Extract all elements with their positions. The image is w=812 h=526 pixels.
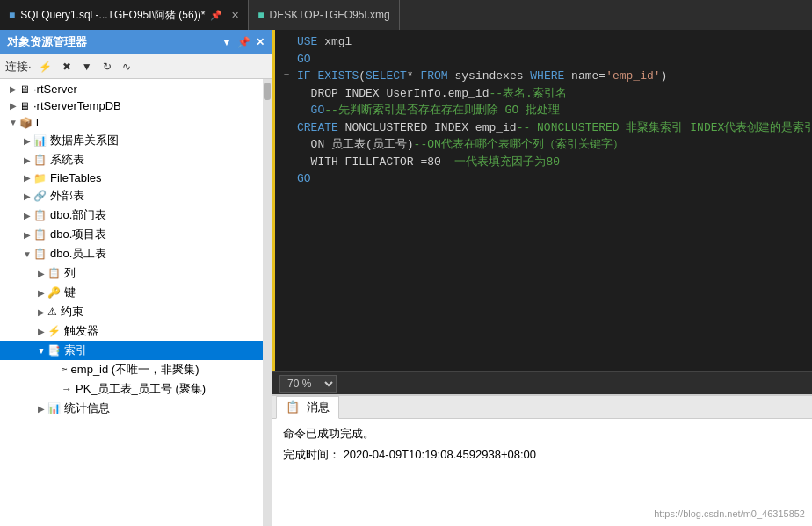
table-icon3: 📋 (33, 228, 47, 241)
tree-label: l (36, 116, 39, 129)
expand-arrow-icon[interactable]: ▶ (35, 404, 47, 414)
expand-arrow-icon[interactable]: ▶ (21, 155, 33, 165)
expand-arrow-icon[interactable]: ▶ (35, 307, 47, 317)
expand-arrow-icon[interactable]: ▶ (7, 101, 19, 111)
tree-item-statistics[interactable]: ▶ 📊 统计信息 (0, 399, 263, 418)
zoom-select[interactable]: 70 % 50 % 60 % 70 % 80 % 90 % 100 % (279, 375, 337, 393)
tab-pin-icon[interactable]: 📌 (210, 10, 222, 21)
code-content: GO--先判断索引是否存在存在则删除 GO 批处理 (297, 102, 805, 119)
tree-item-constraints[interactable]: ▶ ⚠ 约束 (0, 302, 263, 321)
tree-label: dbo.项目表 (50, 227, 106, 242)
tree-label: 触发器 (64, 323, 98, 339)
filetable-icon: 📁 (33, 172, 47, 184)
dock-icon[interactable]: 📌 (237, 36, 250, 48)
expand-arrow-icon[interactable]: ▶ (7, 84, 19, 94)
expand-arrow-icon[interactable]: ▶ (21, 136, 33, 146)
code-editor[interactable]: USE xmgl GO − IF EXISTS(SELECT* FROM sys… (272, 30, 812, 371)
panel-title: 对象资源管理器 (7, 34, 87, 50)
tab-sqlquery1-label: SQLQuery1.sql -...TGFO95I\阿猪 (56))* (20, 8, 205, 23)
nonclustered-index-icon: ≈ (62, 364, 68, 376)
refresh-button[interactable]: ↻ (99, 59, 115, 75)
tree-label: 系统表 (50, 152, 84, 168)
result-message: 命令已成功完成。 (283, 426, 801, 442)
connect-button[interactable]: 连接· (5, 59, 32, 75)
code-content: ON 员工表(员工号)--ON代表在哪个表哪个列（索引关键字） (297, 136, 805, 154)
results-tab-messages[interactable]: 📋 消息 (276, 396, 339, 419)
tree-item-pk-index[interactable]: → PK_员工表_员工号 (聚集) (0, 379, 263, 399)
db-file-icon: ■ (257, 9, 264, 21)
tree-label: PK_员工表_员工号 (聚集) (76, 381, 206, 397)
code-line-5: GO--先判断索引是否存在存在则删除 GO 批处理 (272, 102, 812, 119)
close-panel-icon[interactable]: ✕ (256, 36, 265, 48)
code-line-9: GO (272, 170, 812, 188)
tree-scrollbar[interactable] (263, 79, 272, 526)
tree-item-filetables[interactable]: ▶ 📁 FileTables (0, 169, 263, 186)
expand-arrow-icon[interactable]: ▶ (21, 173, 33, 183)
code-line-7: ON 员工表(员工号)--ON代表在哪个表哪个列（索引关键字） (272, 136, 812, 154)
expand-arrow-icon[interactable]: ▶ (35, 269, 47, 278)
expand-arrow-icon[interactable]: ▶ (35, 327, 47, 336)
code-line-6: − CREATE NONCLUSTERED INDEX emp_id-- NON… (272, 119, 812, 137)
trigger-icon: ⚡ (47, 325, 61, 337)
code-line-2: GO (272, 51, 812, 68)
results-content: 命令已成功完成。 完成时间： 2020-04-09T10:19:08.45929… (272, 419, 812, 526)
columns-icon: 📋 (47, 267, 61, 279)
tree-item-triggers[interactable]: ▶ ⚡ 触发器 (0, 321, 263, 341)
tab-close-icon[interactable]: ✕ (231, 10, 239, 21)
tree-item-dept[interactable]: ▶ 📋 dbo.部门表 (0, 205, 263, 225)
tree-label: 列 (64, 265, 76, 281)
tree-item-keys[interactable]: ▶ 🔑 键 (0, 283, 263, 302)
expand-arrow-icon[interactable]: ▶ (21, 211, 33, 220)
editor-bottom-bar: 70 % 50 % 60 % 70 % 80 % 90 % 100 % (272, 371, 812, 394)
code-content: WITH FILLFACTOR =80 一代表填充因子为80 (297, 154, 805, 171)
tab-desktop-label: DESKTOP-TGFO95I.xmg (270, 9, 390, 21)
code-line-4: DROP INDEX UserInfo.emp_id--表名.索引名 (272, 85, 812, 103)
main-layout: 对象资源管理器 ▼ 📌 ✕ 连接· ⚡ ✖ ▼ ↻ ∿ ▶ 🖥 ·rtS (0, 30, 812, 526)
top-bar: ■ SQLQuery1.sql -...TGFO95I\阿猪 (56))* 📌 … (0, 0, 812, 30)
tree-item-systables[interactable]: ▶ 📋 系统表 (0, 150, 263, 169)
tree-item-external[interactable]: ▶ 🔗 外部表 (0, 186, 263, 205)
code-line-8: WITH FILLFACTOR =80 一代表填充因子为80 (272, 154, 812, 171)
tab-sqlquery1[interactable]: ■ SQLQuery1.sql -...TGFO95I\阿猪 (56))* 📌 … (0, 0, 249, 30)
tree-item-employee[interactable]: ▼ 📋 dbo.员工表 (0, 244, 263, 263)
table-icon: 📋 (33, 154, 47, 166)
expand-arrow-icon[interactable]: ▼ (7, 118, 19, 127)
line-indicator: − (279, 119, 294, 134)
tree-item-project[interactable]: ▶ 📋 dbo.项目表 (0, 225, 263, 244)
editor-panel: USE xmgl GO − IF EXISTS(SELECT* FROM sys… (272, 30, 812, 526)
object-tree: ▶ 🖥 ·rtServer ▶ 🖥 ·rtServerTempDB ▼ 📦 l (0, 79, 263, 526)
expand-arrow-icon[interactable]: ▼ (35, 346, 47, 356)
tree-item-empid-index[interactable]: ≈ emp_id (不唯一，非聚集) (0, 360, 263, 379)
expand-arrow-icon[interactable]: ▼ (21, 249, 33, 259)
stats-icon: 📊 (47, 402, 61, 414)
tree-label: 约束 (61, 304, 83, 320)
tree-item-rtservertempdb[interactable]: ▶ 🖥 ·rtServerTempDB (0, 97, 263, 114)
panel-header-icons: ▼ 📌 ✕ (221, 36, 265, 48)
filter-button[interactable]: ▼ (78, 59, 96, 75)
new-query-button[interactable]: ⚡ (35, 59, 55, 75)
tree-label: 索引 (64, 342, 87, 358)
timestamp-label: 完成时间： (283, 448, 340, 461)
pin-window-icon[interactable]: ▼ (221, 36, 232, 48)
tree-label: 统计信息 (64, 400, 110, 416)
table-icon2: 📋 (33, 209, 47, 221)
activity-monitor-button[interactable]: ∿ (119, 59, 134, 75)
tree-label: ·rtServerTempDB (33, 99, 121, 112)
tree-label: 外部表 (50, 188, 84, 204)
db-icon: 📦 (19, 117, 33, 129)
code-content: GO (297, 51, 805, 68)
tree-item-indexes[interactable]: ▼ 📑 索引 (0, 341, 263, 360)
expand-arrow-icon[interactable]: ▶ (21, 191, 33, 201)
tree-item-rtserver[interactable]: ▶ 🖥 ·rtServer (0, 81, 263, 97)
tree-label: FileTables (50, 171, 102, 184)
tab-desktop[interactable]: ■ DESKTOP-TGFO95I.xmg (249, 0, 399, 30)
tree-item-columns[interactable]: ▶ 📋 列 (0, 263, 263, 283)
tree-item-dbdiagram[interactable]: ▶ 📊 数据库关系图 (0, 131, 263, 150)
expand-arrow-icon[interactable]: ▶ (21, 230, 33, 240)
code-content: USE xmgl (297, 33, 805, 51)
disconnect-button[interactable]: ✖ (59, 59, 75, 75)
object-explorer-panel: 对象资源管理器 ▼ 📌 ✕ 连接· ⚡ ✖ ▼ ↻ ∿ ▶ 🖥 ·rtS (0, 30, 272, 526)
tree-item-root[interactable]: ▼ 📦 l (0, 114, 263, 131)
expand-arrow-icon[interactable]: ▶ (35, 288, 47, 298)
tree-label: 数据库关系图 (50, 133, 119, 148)
